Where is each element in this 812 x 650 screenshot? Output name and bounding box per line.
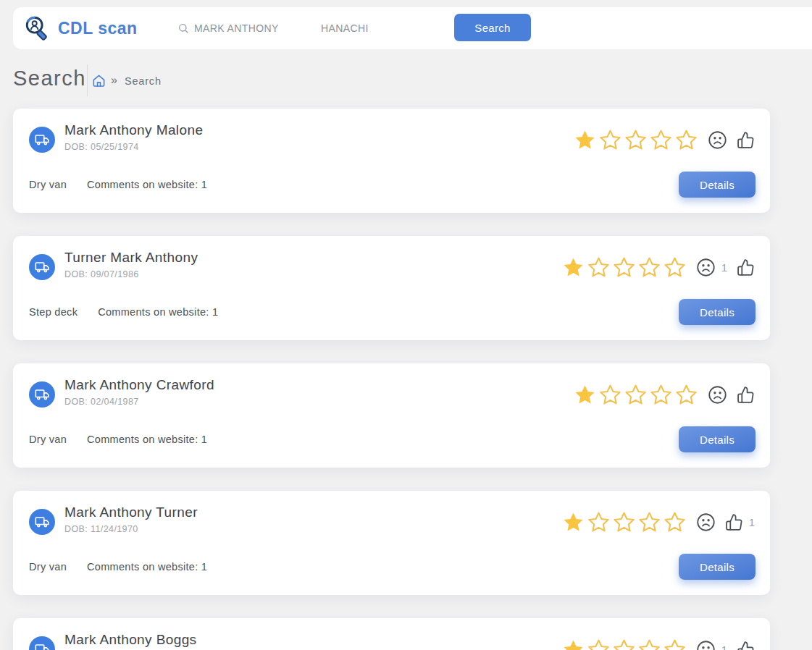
driver-name: Mark Anthony Boggs (64, 632, 197, 648)
page-title: Search (13, 67, 86, 90)
rating-row (573, 127, 755, 152)
rating-row: 1 (561, 510, 755, 534)
comments-count: Comments on website: 1 (87, 434, 207, 445)
driver-avatar (29, 509, 55, 535)
truck-icon (35, 387, 50, 402)
home-icon[interactable] (92, 74, 106, 88)
title-divider (87, 64, 88, 96)
driver-avatar (29, 254, 55, 280)
thumbs-up-icon (737, 641, 755, 650)
star-rating[interactable] (561, 256, 687, 279)
truck-icon (35, 132, 50, 148)
logo-magnifier-driver-icon (23, 14, 51, 42)
sad-face-icon (708, 130, 727, 150)
driver-name: Mark Anthony Malone (64, 122, 203, 138)
trailer-type: Dry van (29, 434, 67, 445)
driver-name: Turner Mark Anthony (64, 250, 198, 266)
driver-name: Mark Anthony Crawford (64, 377, 214, 393)
sad-face-icon (708, 385, 727, 405)
sad-face-icon (696, 258, 716, 277)
thumbs-up-icon (737, 386, 755, 404)
details-button[interactable]: Details (679, 299, 756, 325)
rating-row: 1 (561, 637, 755, 650)
details-button[interactable]: Details (679, 172, 756, 198)
dislike-button[interactable] (696, 258, 716, 277)
search-secondary-input[interactable] (321, 20, 430, 37)
truck-icon (35, 260, 50, 275)
thumbs-up-icon (725, 513, 743, 531)
driver-card: Mark Anthony Turner DOB: 11/24/1970 1 (13, 491, 770, 595)
driver-avatar (29, 127, 55, 153)
driver-avatar (29, 636, 55, 650)
dislike-button[interactable] (696, 640, 716, 650)
like-button[interactable] (725, 513, 743, 531)
dislike-count: 1 (721, 643, 727, 650)
driver-dob: DOB: 05/25/1974 (64, 142, 139, 152)
driver-name: Mark Anthony Turner (64, 505, 198, 520)
driver-card: Mark Anthony Crawford DOB: 02/04/1987 (13, 363, 770, 468)
star-rating[interactable] (561, 638, 687, 650)
driver-dob: DOB: 09/07/1986 (64, 269, 139, 279)
driver-meta: Step deck Comments on website: 1 (29, 306, 218, 318)
comments-count: Comments on website: 1 (87, 561, 207, 573)
rating-row (573, 382, 755, 407)
star-rating[interactable] (573, 128, 698, 152)
header-bar: CDL scan Search (13, 7, 812, 49)
comments-count: Comments on website: 1 (98, 306, 218, 318)
driver-card: Mark Anthony Malone DOB: 05/25/1974 (13, 109, 770, 213)
sad-face-icon (696, 512, 716, 532)
driver-card: Mark Anthony Boggs 1 (13, 618, 770, 650)
driver-meta: Dry van Comments on website: 1 (29, 434, 207, 445)
dislike-button[interactable] (708, 385, 727, 405)
search-icon (177, 22, 189, 34)
driver-meta: Dry van Comments on website: 1 (29, 179, 207, 190)
dislike-button[interactable] (708, 130, 727, 150)
driver-dob: DOB: 11/24/1970 (64, 524, 138, 534)
like-button[interactable] (737, 386, 755, 404)
trailer-type: Dry van (29, 561, 67, 573)
truck-icon (35, 642, 50, 650)
trailer-type: Step deck (29, 306, 78, 318)
driver-meta: Dry van Comments on website: 1 (29, 561, 207, 573)
dislike-count: 1 (721, 261, 727, 274)
driver-dob: DOB: 02/04/1987 (64, 397, 139, 407)
comments-count: Comments on website: 1 (87, 179, 207, 190)
brand-name: CDL scan (58, 19, 138, 38)
breadcrumb-separator: » (111, 74, 117, 87)
star-rating[interactable] (561, 510, 687, 534)
trailer-type: Dry van (29, 179, 67, 190)
search-query-input[interactable] (194, 20, 310, 37)
dislike-button[interactable] (696, 512, 716, 532)
like-count: 1 (749, 516, 755, 528)
rating-row: 1 (561, 255, 755, 279)
driver-avatar (29, 381, 55, 408)
like-button[interactable] (737, 641, 755, 650)
driver-card: Turner Mark Anthony DOB: 09/07/1986 1 (13, 236, 770, 340)
search-button[interactable]: Search (454, 14, 531, 41)
brand-logo[interactable]: CDL scan (23, 14, 138, 43)
sad-face-icon (696, 640, 716, 650)
details-button[interactable]: Details (679, 554, 756, 580)
truck-icon (35, 515, 50, 530)
thumbs-up-icon (737, 258, 755, 277)
details-button[interactable]: Details (679, 426, 756, 452)
like-button[interactable] (737, 131, 755, 149)
breadcrumb-current: Search (125, 75, 162, 87)
star-rating[interactable] (573, 383, 698, 407)
like-button[interactable] (737, 258, 755, 277)
thumbs-up-icon (737, 131, 755, 149)
